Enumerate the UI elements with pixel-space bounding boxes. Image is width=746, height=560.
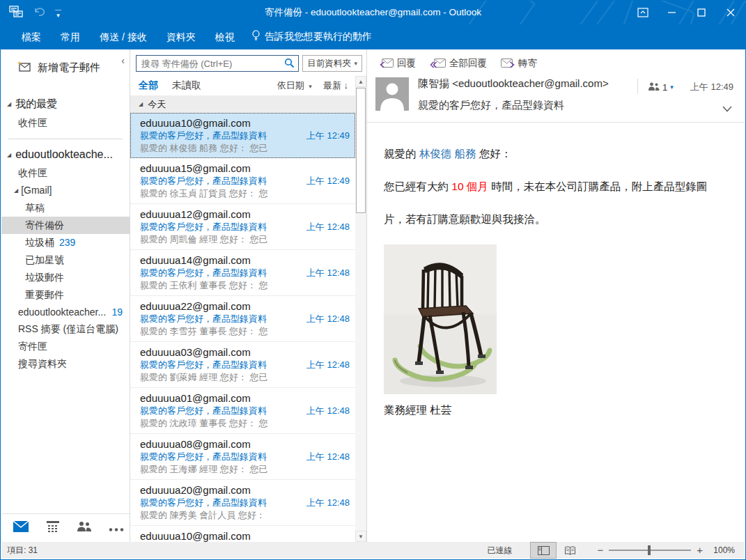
row-time: 上午 12:48 [306, 451, 350, 463]
people-icon [648, 82, 660, 93]
undo-icon[interactable] [33, 6, 45, 20]
greeting-line: 親愛的 林俊德 船務 您好： [384, 146, 724, 162]
new-email-button[interactable]: 新增電子郵件 [1, 49, 130, 77]
favorites-label: 我的最愛 [15, 98, 57, 111]
normal-view-button[interactable] [530, 542, 557, 559]
tell-me-box[interactable]: 告訴我您想要執行的動作 [244, 30, 372, 44]
chevron-down-icon: ▾ [670, 84, 674, 91]
message-row[interactable]: eduuuua20@gmail.com 親愛的客戶您好，產品型錄資料上午 12:… [130, 480, 355, 526]
mail-list-scrollbar[interactable]: ▲ ▼ [355, 76, 366, 542]
folder-starred[interactable]: 已加星號 [1, 251, 130, 269]
message-subject: 親愛的客戶您好，產品型錄資料 [418, 99, 637, 112]
send-receive-icon[interactable] [9, 6, 23, 20]
tab-view[interactable]: 檢視 [205, 24, 244, 49]
message-row[interactable]: eduuuua01@gmail.com 親愛的客戶您好，產品型錄資料上午 12:… [130, 388, 355, 434]
favorites-header[interactable]: ◢ 我的最愛 [1, 94, 130, 114]
folder-account-subfolder[interactable]: eduoutlookteacher... 19 [1, 304, 130, 320]
zoom-slider-thumb[interactable] [648, 545, 651, 555]
row-preview: 親愛的 劉萊姆 經理 您好： 您已 [140, 371, 350, 383]
folder-search-folders[interactable]: 搜尋資料夾 [1, 355, 130, 373]
reading-pane: 回覆 全部回覆 轉寄 陳智揚 <eduoutlookteacher@gmail.… [367, 49, 745, 542]
folder-drafts[interactable]: 草稿 [1, 199, 130, 217]
folder-gmail[interactable]: ◢ [Gmail] [1, 182, 130, 199]
search-scope-dropdown[interactable]: 目前資料夾 ▾ [302, 55, 362, 72]
group-label: 今天 [148, 98, 166, 111]
folder-outbox[interactable]: 寄件匣 [1, 338, 130, 355]
row-subject: 親愛的客戶您好，產品型錄資料 [140, 175, 301, 187]
date-group-header[interactable]: ◢ 今天 [130, 95, 355, 113]
calendar-nav-icon[interactable] [46, 520, 60, 536]
folder-inbox[interactable]: 收件匣 [1, 164, 130, 182]
message-row[interactable]: eduuuua22@gmail.com 親愛的客戶您好，產品型錄資料上午 12:… [130, 296, 355, 342]
quick-access-toolbar: —▾ [1, 6, 61, 20]
filter-all-tab[interactable]: 全部 [139, 79, 158, 92]
message-row[interactable]: eduuuua12@gmail.com 親愛的客戶您好，產品型錄資料上午 12:… [130, 204, 355, 250]
chevron-down-icon: ▾ [309, 83, 312, 90]
row-subject: 親愛的客戶您好，產品型錄資料 [140, 221, 301, 233]
account-header[interactable]: ◢ eduoutlookteache... [1, 145, 130, 164]
customize-qat-icon[interactable]: —▾ [55, 7, 61, 18]
tab-folder[interactable]: 資料夾 [157, 24, 205, 49]
message-row[interactable]: eduuuua15@gmail.com 親愛的客戶您好，產品型錄資料上午 12:… [130, 158, 355, 204]
people-nav-icon[interactable] [77, 521, 92, 535]
tab-home[interactable]: 常用 [51, 24, 90, 49]
reply-all-label: 全部回覆 [449, 57, 487, 70]
row-sender: eduuuua15@gmail.com [140, 162, 350, 175]
search-icon[interactable] [284, 58, 295, 71]
row-preview: 親愛的 徐玉貞 訂貨員 您好： 您 [140, 187, 350, 199]
expander-icon: ◢ [7, 101, 11, 107]
minimize-folder-pane-icon[interactable]: ‹ [121, 55, 125, 66]
row-time: 上午 12:48 [306, 497, 350, 509]
search-input[interactable] [136, 55, 299, 72]
reply-all-button[interactable]: 全部回覆 [430, 57, 487, 70]
folder-trash[interactable]: 垃圾桶239 [1, 234, 130, 251]
zoom-slider[interactable] [609, 550, 691, 551]
tab-file[interactable]: 檔案 [12, 24, 51, 49]
folder-spam[interactable]: 垃圾郵件 [1, 269, 130, 286]
filter-unread-tab[interactable]: 未讀取 [172, 79, 201, 92]
reading-view-button[interactable] [557, 542, 583, 559]
mail-nav-icon[interactable] [13, 520, 29, 536]
reply-label: 回覆 [397, 57, 416, 70]
message-row[interactable]: eduuuua14@gmail.com 親愛的客戶您好，產品型錄資料上午 12:… [130, 250, 355, 296]
window-controls [628, 1, 745, 24]
new-email-label: 新增電子郵件 [38, 61, 100, 75]
maximize-button[interactable] [687, 1, 716, 24]
search-row: 目前資料夾 ▾ [130, 49, 366, 76]
expander-icon: ◢ [139, 101, 143, 107]
scrollbar-thumb[interactable] [356, 88, 366, 213]
collapse-header-icon[interactable] [722, 102, 732, 115]
forward-button[interactable]: 轉寄 [501, 57, 537, 70]
message-row[interactable]: eduuuua10@gmail.com 親愛的客戶您好，產品型錄資料上午 12:… [130, 113, 355, 158]
row-subject: 親愛的客戶您好，產品型錄資料 [140, 130, 301, 141]
folder-rss[interactable]: RSS 摘要 (僅這台電腦) [1, 320, 130, 338]
sender-line[interactable]: 陳智揚 <eduoutlookteacher@gmail.com> [418, 77, 637, 91]
minimize-button[interactable] [658, 1, 687, 24]
folder-favorites-inbox[interactable]: 收件匣 [1, 114, 130, 132]
zoom-out-button[interactable]: − [597, 547, 603, 554]
folder-important[interactable]: 重要郵件 [1, 286, 130, 304]
message-row[interactable]: eduuuua03@gmail.com 親愛的客戶您好，產品型錄資料上午 12:… [130, 342, 355, 388]
tab-send-receive[interactable]: 傳送 / 接收 [90, 24, 157, 49]
para-highlight: 10 個月 [451, 180, 488, 192]
scroll-up-icon[interactable]: ▲ [355, 76, 366, 87]
row-preview: 親愛的 李雪芬 董事長 您好： 您 [140, 325, 350, 337]
scroll-down-icon[interactable]: ▼ [355, 531, 366, 542]
message-row[interactable]: eduuuua08@gmail.com 親愛的客戶您好，產品型錄資料上午 12:… [130, 434, 355, 480]
close-button[interactable] [716, 1, 745, 24]
message-row[interactable]: eduuuua10@gmail.com 親愛的客戶您好，產品型錄資料上午 12:… [130, 526, 355, 542]
zoom-level[interactable]: 100% [711, 545, 745, 555]
sort-newest-button[interactable]: 最新 ↓ [323, 79, 348, 92]
ribbon-display-options-icon[interactable] [628, 1, 658, 24]
zoom-in-button[interactable]: + [697, 547, 703, 554]
mail-list-pane: 目前資料夾 ▾ 全部 未讀取 依日期 ▾ 最新 ↓ [130, 49, 367, 542]
reply-button[interactable]: 回覆 [380, 57, 416, 70]
row-sender: eduuuua14@gmail.com [140, 254, 350, 267]
row-subject: 親愛的客戶您好，產品型錄資料 [140, 359, 301, 371]
folder-sent[interactable]: 寄件備份 [1, 217, 130, 234]
expander-icon: ◢ [7, 152, 11, 158]
sort-by-dropdown[interactable]: 依日期 ▾ [277, 79, 312, 92]
more-nav-icon[interactable] [109, 522, 124, 534]
row-time: 上午 12:48 [306, 405, 350, 417]
recipients-dropdown[interactable]: 1 ▾ [648, 82, 674, 93]
